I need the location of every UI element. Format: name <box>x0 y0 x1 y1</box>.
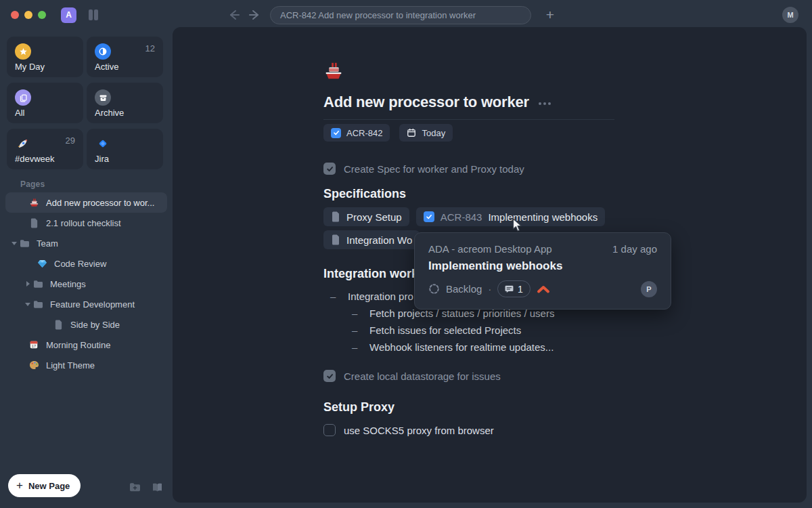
checked-checkbox-icon[interactable] <box>331 128 341 138</box>
page-item-label: Morning Routine <box>46 340 110 350</box>
checked-checkbox-icon[interactable] <box>323 163 336 175</box>
titlebar: A ACR-842 Add new processor to integrati… <box>0 0 812 30</box>
card-all[interactable]: All <box>7 83 83 123</box>
page-item-label: Side by Side <box>70 320 120 330</box>
todo-create-spec[interactable]: Create Spec for worker and Proxy today <box>323 163 618 175</box>
comment-icon <box>505 284 514 293</box>
checked-checkbox-icon[interactable] <box>323 370 336 382</box>
page-title[interactable]: Add new processor to worker <box>323 93 529 111</box>
user-avatar[interactable]: M <box>782 7 798 23</box>
card-badge: 12 <box>145 43 155 54</box>
unchecked-checkbox-icon[interactable] <box>323 424 336 436</box>
title-divider <box>323 119 614 120</box>
calendar-outline-icon <box>407 128 416 137</box>
page-item-feature-development[interactable]: Feature Development <box>5 294 167 314</box>
card-label: My Day <box>15 62 45 72</box>
editor-panel: Add new processor to worker ACR-842 Toda… <box>173 27 807 503</box>
page-item-morning-routine[interactable]: 17 Morning Routine <box>5 335 167 355</box>
card-archive[interactable]: Archive <box>87 83 163 123</box>
sidebar-cards: My Day 12 Active All Archive <box>7 37 165 169</box>
setup-proxy-heading: Setup Proxy <box>323 400 618 415</box>
todo-label: use SOCKS5 proxy from browser <box>344 425 494 436</box>
new-folder-icon[interactable] <box>129 482 141 493</box>
card-label: All <box>15 108 24 118</box>
dash-bullet: – <box>352 324 369 336</box>
link-integration-worker[interactable]: Integration Wo <box>323 230 420 249</box>
page-item-label: Team <box>37 238 58 249</box>
page-item-meetings[interactable]: Meetings <box>5 274 167 294</box>
book-icon[interactable] <box>152 482 163 493</box>
omnibar-text: ACR-842 Add new processor to integration… <box>280 10 476 20</box>
chevron-down-icon[interactable] <box>23 303 32 306</box>
todo-socks5[interactable]: use SOCKS5 proxy from browser <box>323 424 618 436</box>
page-item-label: 2.1 rollout checklist <box>46 218 121 228</box>
mouse-cursor <box>512 218 524 233</box>
folder-icon <box>19 238 30 249</box>
page-item-label: Feature Development <box>50 299 135 310</box>
zoom-window-button[interactable] <box>38 11 46 19</box>
date-chip-label: Today <box>422 128 445 138</box>
task-key-chip[interactable]: ACR-842 <box>323 124 390 142</box>
list-item-text: Fetch issues for selected Projects <box>369 324 521 336</box>
svg-text:17: 17 <box>32 344 36 348</box>
close-window-button[interactable] <box>11 11 19 19</box>
window-controls <box>11 11 46 19</box>
list-item[interactable]: –Fetch projects / statues / priorities /… <box>323 308 618 324</box>
card-jira[interactable]: Jira <box>87 129 163 169</box>
archive-icon <box>95 89 111 106</box>
list-item[interactable]: –Fetch issues for selected Projects <box>323 324 618 341</box>
list-item[interactable]: –Webhook listeners for realtime updates.… <box>323 341 618 358</box>
sidebar-toggle-icon[interactable] <box>89 9 98 20</box>
card-badge: 29 <box>66 135 75 146</box>
card-my-day[interactable]: My Day <box>7 37 83 77</box>
checked-checkbox-icon[interactable] <box>424 211 434 222</box>
chevron-right-icon[interactable] <box>23 281 32 287</box>
todo-datastorage[interactable]: Create local datastorage for issues <box>323 370 618 382</box>
chevron-down-icon[interactable] <box>9 242 19 245</box>
backlog-dashed-circle-icon <box>428 283 440 295</box>
page-icon <box>53 319 64 330</box>
todo-label: Create local datastorage for issues <box>344 371 501 382</box>
page-item-rollout-checklist[interactable]: 2.1 rollout checklist <box>5 213 167 233</box>
plus-icon: + <box>16 479 23 492</box>
new-page-label: New Page <box>28 481 70 491</box>
todo-label: Create Spec for worker and Proxy today <box>344 163 524 175</box>
page-item-add-new-processor[interactable]: Add new processor to wor... <box>5 192 167 213</box>
popup-issue-title: Implementing webhooks <box>428 259 657 273</box>
card-label: #devweek <box>15 154 55 164</box>
back-arrow-icon[interactable] <box>228 9 240 21</box>
comments-pill[interactable]: 1 <box>497 280 531 297</box>
list-item-text: Integration pro <box>348 291 413 302</box>
assignee-avatar: P <box>641 281 657 297</box>
page-item-team[interactable]: Team <box>5 233 167 253</box>
dash-bullet: – <box>330 291 348 302</box>
ship-icon <box>323 61 344 81</box>
link-acr843-task[interactable]: ACR-843 Implementing webhooks <box>416 207 605 226</box>
dash-bullet: – <box>352 341 369 353</box>
list-item-text: Webhook listeners for realtime updates..… <box>369 341 554 353</box>
card-devweek[interactable]: 29 #devweek <box>7 129 83 169</box>
date-chip[interactable]: Today <box>399 124 453 142</box>
page-item-label: Light Theme <box>46 360 95 371</box>
page-item-code-review[interactable]: Code Review <box>5 253 167 274</box>
card-active[interactable]: 12 Active <box>87 37 163 77</box>
page-item-side-by-side[interactable]: Side by Side <box>5 314 167 335</box>
rocket-icon <box>15 135 31 152</box>
ship-icon <box>28 197 39 208</box>
new-tab-button[interactable]: + <box>543 7 557 23</box>
page-icon <box>28 217 39 228</box>
omnibar-search-input[interactable]: ACR-842 Add new processor to integration… <box>270 6 531 24</box>
page-item-label: Meetings <box>50 279 86 289</box>
link-label: Implementing webhooks <box>488 211 597 223</box>
forward-arrow-icon[interactable] <box>248 9 261 21</box>
link-proxy-setup[interactable]: Proxy Setup <box>323 207 409 226</box>
page-item-light-theme[interactable]: Light Theme <box>5 355 167 375</box>
pages-icon <box>15 89 31 106</box>
minimize-window-button[interactable] <box>24 11 32 19</box>
calendar-icon: 17 <box>28 339 39 350</box>
urgent-chevron-icon <box>537 284 550 294</box>
new-page-button[interactable]: + New Page <box>8 474 81 497</box>
app-logo-icon: A <box>61 7 76 23</box>
card-label: Active <box>95 62 118 72</box>
more-options-icon[interactable] <box>539 100 551 105</box>
